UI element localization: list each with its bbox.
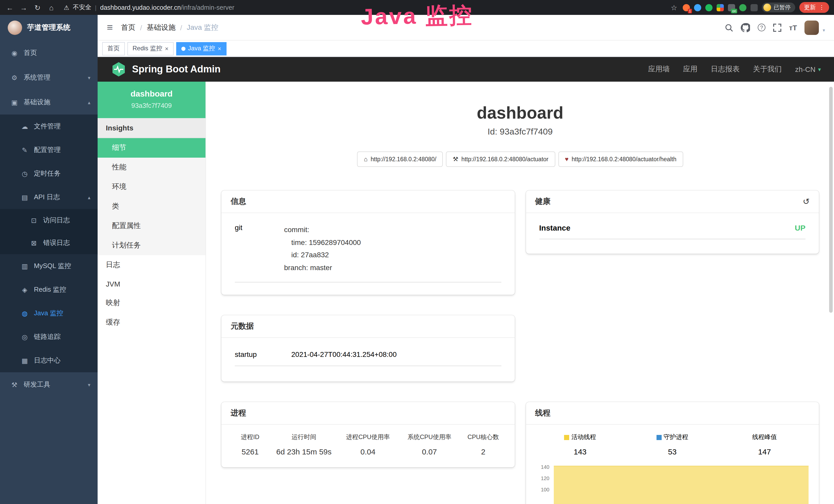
forward-icon[interactable]: →	[19, 3, 28, 12]
sba-item-jvm[interactable]: JVM	[97, 275, 205, 293]
sba-nav-applications[interactable]: 应用	[683, 65, 698, 74]
help-icon[interactable]: ?	[758, 24, 765, 31]
info-row-git: git commit: time: 1596289704000 id: 27aa…	[235, 223, 501, 282]
sidebar-item-label: 基础设施	[24, 97, 50, 107]
close-icon[interactable]: ×	[165, 45, 169, 52]
font-size-icon[interactable]: тT	[789, 23, 797, 31]
breadcrumb-infra[interactable]: 基础设施	[147, 23, 175, 32]
error-page-icon: ⊠	[30, 239, 38, 247]
fullscreen-icon[interactable]	[773, 23, 781, 31]
sba-nav-about[interactable]: 关于我们	[753, 65, 782, 74]
sba-nav-wallboard[interactable]: 应用墙	[648, 65, 670, 74]
sba-item-metrics[interactable]: 性能	[97, 158, 205, 177]
update-button[interactable]: 更新 ⋮	[799, 2, 829, 13]
threads-legend: 活动线程 守护进程 线程峰值	[534, 433, 811, 442]
sba-item-caches[interactable]: 缓存	[97, 313, 205, 332]
chevron-down-icon: ▾	[818, 66, 821, 73]
search-icon[interactable]	[725, 23, 733, 31]
sidebar-item-devtools[interactable]: ⚒ 研发工具 ▾	[0, 372, 97, 397]
process-card: 进程 进程ID 运行时间 进程CPU使用率 系统CPU使用率 CPU核心数	[221, 402, 514, 467]
extension-green-circle-icon[interactable]	[705, 4, 712, 11]
sidebar-item-config-manage[interactable]: ✎ 配置管理	[0, 138, 97, 162]
breadcrumb-home[interactable]: 首页	[121, 23, 135, 32]
sba-item-mappings[interactable]: 映射	[97, 293, 205, 313]
sba-item-scheduled-tasks[interactable]: 计划任务	[97, 236, 205, 255]
sidebar-item-home[interactable]: ◉ 首页	[0, 41, 97, 65]
sba-app-name: dashboard	[103, 89, 200, 98]
extension-switch-icon[interactable]: on	[728, 4, 735, 11]
question-mark: ?	[758, 24, 765, 31]
metadata-card-title: 元数据	[231, 321, 254, 331]
active-tab-dot	[181, 46, 185, 51]
sba-body: dashboard 93a3fc7f7409 Insights 细节 性能 环境…	[97, 82, 834, 504]
page-title: dashboard	[221, 103, 819, 123]
sba-item-config-props[interactable]: 配置属性	[97, 216, 205, 236]
sidebar-item-label: 首页	[24, 48, 37, 58]
scrollbar[interactable]	[829, 87, 833, 313]
bookmark-star-icon[interactable]: ☆	[670, 3, 679, 12]
metadata-card-body: startup 2021-04-27T00:44:31.254+08:00	[221, 338, 514, 382]
sidebar-item-api-log[interactable]: ▤ API 日志 ▴	[0, 185, 97, 209]
process-cpu: 0.04	[337, 447, 399, 456]
language-select[interactable]: zh-CN ▾	[795, 65, 821, 73]
browser-actions: ☆ 1 on 已暂停 更新 ⋮	[670, 2, 829, 13]
health-row-instance[interactable]: Instance UP	[539, 223, 806, 239]
address-bar[interactable]: ⚠ 不安全 | dashboard.yudao.iocoder.cn/infra…	[64, 3, 665, 12]
sidebar-item-error-log[interactable]: ⊠ 错误日志	[0, 232, 97, 254]
user-avatar[interactable]	[805, 20, 819, 35]
extension-leaf-icon[interactable]	[739, 4, 746, 11]
home-icon[interactable]: ⌂	[47, 3, 56, 12]
close-icon[interactable]: ×	[218, 45, 221, 52]
sidebar-item-system[interactable]: ⚙ 系统管理 ▾	[0, 65, 97, 90]
log-page-icon: ⊡	[30, 216, 38, 224]
app-logo[interactable]: 芋道管理系统	[0, 15, 97, 41]
extension-badge: 1	[688, 8, 692, 13]
profile-paused-chip[interactable]: 已暂停	[762, 3, 795, 12]
sidebar-item-scheduled-jobs[interactable]: ◷ 定时任务	[0, 162, 97, 185]
sba-app-id: 93a3fc7f7409	[103, 102, 200, 109]
sba-nav-journal[interactable]: 日志报表	[711, 65, 740, 74]
hamburger-icon[interactable]: ≡	[107, 22, 113, 33]
process-headers: 进程ID 运行时间 进程CPU使用率 系统CPU使用率 CPU核心数	[229, 433, 506, 442]
sidebar-item-infra[interactable]: ▣ 基础设施 ▴	[0, 90, 97, 115]
breadcrumb-separator: /	[140, 23, 142, 31]
browser-menu-icon[interactable]: ⋮	[819, 4, 825, 11]
sba-app-header[interactable]: dashboard 93a3fc7f7409	[97, 82, 205, 118]
github-icon[interactable]	[741, 23, 750, 32]
sidebar-item-java-monitor[interactable]: ◍ Java 监控	[0, 301, 97, 325]
sidebar-item-label: 定时任务	[34, 169, 61, 178]
extension-fox-icon[interactable]: 1	[683, 4, 690, 11]
actuator-url-button[interactable]: ⚒ http://192.168.0.2:48080/actuator	[446, 152, 555, 167]
git-time-line: time: 1596289704000	[291, 236, 501, 249]
service-url-button[interactable]: ⌂ http://192.168.0.2:48080/	[357, 152, 443, 167]
sidebar-item-redis-monitor[interactable]: ◈ Redis 监控	[0, 278, 97, 301]
legend-daemon-threads: 守护进程	[626, 433, 719, 442]
sidebar-item-log-center[interactable]: ▦ 日志中心	[0, 349, 97, 372]
extension-grid-icon[interactable]	[717, 4, 724, 11]
health-url-button[interactable]: ♥ http://192.168.0.2:48080/actuator/heal…	[558, 152, 683, 167]
sba-item-details[interactable]: 细节	[97, 138, 205, 158]
yellow-swatch-icon	[564, 435, 569, 440]
sidebar-item-label: 配置管理	[34, 145, 61, 155]
extension-drop-icon[interactable]	[694, 4, 701, 11]
sidebar-item-file-manage[interactable]: ☁ 文件管理	[0, 115, 97, 138]
sidebar-item-trace[interactable]: ◎ 链路追踪	[0, 325, 97, 349]
app-sidebar: 芋道管理系统 ◉ 首页 ⚙ 系统管理 ▾ ▣ 基础设施 ▴	[0, 15, 97, 504]
sba-item-classes[interactable]: 类	[97, 197, 205, 216]
sba-brand[interactable]: Spring Boot Admin	[111, 62, 221, 77]
tab-home[interactable]: 首页	[102, 42, 125, 55]
sba-item-environment[interactable]: 环境	[97, 177, 205, 197]
tab-java-monitor[interactable]: Java 监控 ×	[176, 42, 226, 55]
health-card-body: Instance UP	[526, 213, 819, 254]
reload-icon[interactable]: ↻	[33, 3, 42, 12]
sidebar-item-mysql-monitor[interactable]: ▥ MySQL 监控	[0, 254, 97, 278]
extension-puzzle-icon[interactable]	[750, 4, 758, 11]
sba-item-logs[interactable]: 日志	[97, 255, 205, 275]
metadata-row-startup: startup 2021-04-27T00:44:31.254+08:00	[235, 350, 501, 366]
tab-redis-monitor[interactable]: Redis 监控 ×	[127, 42, 174, 55]
history-icon[interactable]: ↺	[803, 197, 810, 206]
back-icon[interactable]: ←	[5, 3, 14, 12]
sidebar-item-access-log[interactable]: ⊡ 访问日志	[0, 209, 97, 232]
sidebar-item-label: 链路追踪	[34, 332, 61, 342]
y-tick: 100	[541, 487, 549, 492]
